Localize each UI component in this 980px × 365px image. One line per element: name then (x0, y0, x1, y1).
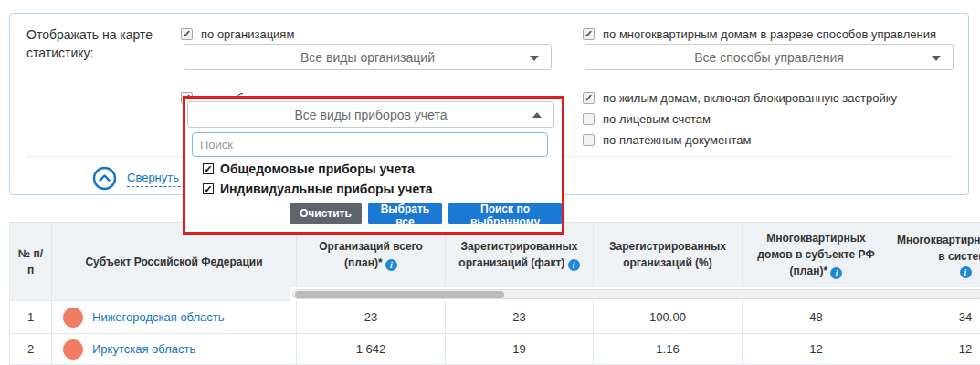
checkbox-by-apartment-buildings[interactable]: по многоквартирным домам в разрезе спосо… (583, 27, 936, 41)
region-link[interactable]: Нижегородская область (92, 310, 225, 324)
regions-statistics-table: № п/п Субъект Российской Федерации Орган… (9, 222, 980, 365)
checkbox-icon[interactable] (583, 113, 595, 125)
meters-dropdown-popup-highlighted: Все виды приборов учета Общедомовые приб… (183, 96, 564, 235)
clear-button[interactable]: Очистить (290, 203, 362, 224)
checkbox-icon[interactable] (203, 183, 214, 194)
value-cell: 19 (446, 334, 594, 365)
option-common-house-meters[interactable]: Общедомовые приборы учета (203, 162, 415, 176)
header-label: Многоквартирных домов в системе (897, 234, 980, 263)
value-cell: 48 (743, 301, 890, 334)
select-all-button[interactable]: Выбрать все (368, 203, 442, 224)
info-icon[interactable] (960, 266, 972, 278)
row-number: 1 (9, 301, 52, 334)
checkbox-icon[interactable] (583, 28, 595, 40)
checkbox-label: по многоквартирным домам в разрезе спосо… (603, 27, 936, 41)
scrollbar-thumb[interactable] (295, 291, 504, 298)
column-header-mkd-plan: Многоквартирных домов в субъекте РФ (пла… (743, 222, 890, 287)
dropdown-buttons: Очистить Выбрать все Поиск по выбранному (290, 203, 562, 224)
checkbox-by-payment-documents[interactable]: по платежным документам (583, 133, 751, 147)
value-cell: 12 (890, 334, 980, 365)
header-label: Субъект Российской Федерации (85, 254, 262, 270)
header-label: Многоквартирных домов в субъекте РФ (пла… (757, 232, 874, 277)
header-label: Зарегистрированных организаций (%) (599, 238, 736, 271)
meters-search-input[interactable] (192, 132, 548, 157)
region-cell: Иркутская область (52, 334, 297, 365)
option-label: Общедомовые приборы учета (220, 162, 415, 176)
value-cell: 1 642 (297, 334, 446, 365)
option-individual-meters[interactable]: Индивидуальные приборы учета (203, 182, 433, 196)
scrollbar-track[interactable] (292, 289, 980, 299)
column-header-number: № п/п (9, 222, 52, 301)
page: Отображать на карте статистику: по орган… (0, 0, 980, 365)
checkbox-icon[interactable] (181, 28, 193, 40)
checkbox-label: по организациям (201, 27, 294, 41)
option-label: Индивидуальные приборы учета (220, 182, 433, 196)
region-cell: Нижегородская область (52, 301, 297, 334)
search-by-selected-button[interactable]: Поиск по выбранному (448, 203, 562, 224)
value-cell: 23 (446, 301, 594, 334)
region-marker-icon (63, 339, 83, 360)
checkbox-by-residential[interactable]: по жилым домам, включая блокированную за… (583, 91, 897, 105)
management-type-select[interactable]: Все способы управления (585, 44, 954, 70)
chevron-down-icon (932, 56, 941, 61)
header-label: Зарегистрированных организаций (факт) (458, 240, 577, 269)
chevron-up-icon (532, 112, 542, 118)
info-icon[interactable] (830, 267, 842, 279)
meters-type-select[interactable]: Все виды приборов учета (187, 101, 554, 128)
checkbox-icon[interactable] (583, 134, 595, 146)
panel-title: Отображать на карте статистику: (26, 26, 173, 63)
checkbox-icon[interactable] (583, 92, 595, 104)
chevron-up-circle-icon (92, 166, 117, 191)
table-horizontal-scrollbar (290, 287, 980, 301)
info-icon[interactable] (568, 259, 580, 271)
header-label: Организаций всего (план)* (319, 240, 423, 269)
header-label: № п/п (16, 245, 46, 278)
organizations-type-select[interactable]: Все виды организаций (184, 44, 552, 70)
selected-value: Все виды организаций (300, 50, 435, 65)
chevron-down-icon (530, 56, 539, 61)
value-cell: 34 (890, 301, 980, 334)
checkbox-by-accounts[interactable]: по лицевым счетам (583, 112, 711, 126)
value-cell: 12 (743, 334, 890, 365)
selected-value: Все виды приборов учета (295, 108, 448, 122)
row-number: 2 (9, 334, 52, 365)
checkbox-by-organizations[interactable]: по организациям (181, 27, 294, 41)
info-icon[interactable] (385, 259, 397, 271)
region-link[interactable]: Иркутская область (92, 342, 195, 356)
value-cell: 1.16 (594, 334, 743, 365)
region-marker-icon (63, 308, 83, 328)
column-header-mkd-system: Многоквартирных домов в системе (890, 222, 980, 287)
checkbox-label: по жилым домам, включая блокированную за… (603, 91, 897, 105)
checkbox-label: по лицевым счетам (603, 112, 711, 126)
checkbox-label: по платежным документам (603, 133, 751, 147)
value-cell: 23 (297, 301, 446, 334)
column-header-orgs-percent: Зарегистрированных организаций (%) (594, 222, 743, 287)
selected-value: Все способы управления (694, 50, 844, 65)
checkbox-icon[interactable] (203, 163, 214, 174)
value-cell: 100.00 (594, 301, 743, 334)
